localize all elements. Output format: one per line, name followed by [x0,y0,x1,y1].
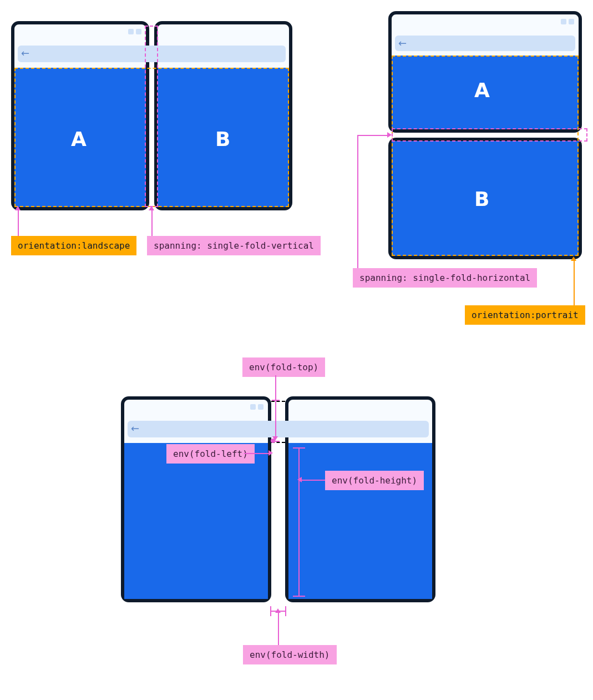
back-arrow-icon: ← [21,48,32,59]
figure3-fold-height-label: env(fold-height) [325,471,424,490]
address-bar: ← [395,36,575,51]
window-buttons-icon [128,29,141,34]
arrow-up-icon [15,206,21,210]
arrow-left-icon [297,477,302,482]
figure1-orientation-label: orientation:landscape [11,236,136,255]
address-bar: ← [128,421,429,437]
back-arrow-icon: ← [398,38,409,49]
arrow-right-icon [268,450,273,456]
cap-icon [293,447,305,449]
arrow-right-icon [387,132,392,138]
figure2-spanning-pointer-v [357,135,358,269]
gap-dash-top [271,401,285,402]
back-arrow-icon: ← [131,423,142,434]
cap-icon [285,606,286,616]
figure1-spanning-label: spanning: single-fold-vertical [147,236,321,255]
arrow-up-icon [149,206,154,210]
arrow-up-icon [571,256,576,261]
figure1-spanning-pointer-v [151,207,153,237]
dot-icon [271,439,275,443]
cap-icon [272,400,280,401]
figure3-fold-top-pointer [275,375,276,437]
cap-icon [270,606,271,616]
figure2-viewport-outline [392,56,579,256]
figure2-spanning-label: spanning: single-fold-horizontal [353,268,537,288]
figure3-viewport-left [124,443,268,599]
figure3-fold-left-label: env(fold-left) [166,444,255,464]
figure3-fold-width-label: env(fold-width) [243,645,337,664]
figure1-orientation-pointer-v [18,207,19,237]
figure2-orientation-label: orientation:portrait [465,305,585,325]
figure3-fold-height-pointer-h [300,480,325,481]
figure2-orientation-pointer-v [574,259,575,306]
figure3-fold-width-pointer-v [278,611,279,646]
figure3-fold-height-pointer-v [298,447,300,597]
figure3-viewport-right [288,443,432,599]
arrow-up-icon [275,608,281,613]
figure2-spanning-pointer-h [357,135,389,136]
figure3-fold-left-pointer [244,453,271,454]
window-buttons-icon [250,404,263,410]
cap-icon [293,596,305,597]
figure2-fold-outline [392,128,587,142]
window-buttons-icon [561,19,574,24]
figure1-fold-outline [145,26,158,207]
figure3-fold-top-label: env(fold-top) [242,357,325,377]
